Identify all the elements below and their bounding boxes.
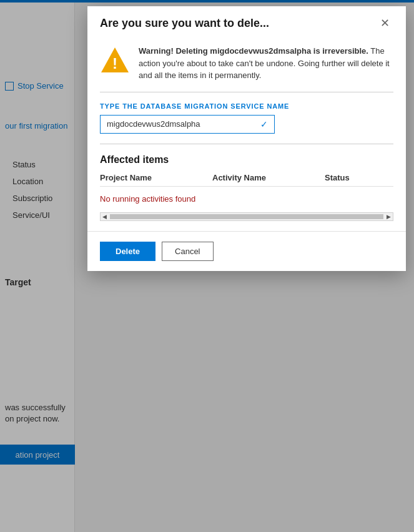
warning-message: Warning! Deleting migdocdevwus2dmsalpha … (139, 45, 393, 82)
col-status: Status (325, 173, 400, 182)
delete-confirmation-modal: Are you sure you want to dele... ✕ ! War… (87, 6, 406, 271)
scroll-track[interactable] (110, 214, 383, 219)
service-name-input-wrap[interactable]: ✓ (100, 115, 275, 134)
modal-title: Are you sure you want to dele... (100, 17, 269, 30)
scroll-right-arrow[interactable]: ▶ (385, 214, 393, 220)
horizontal-scrollbar[interactable]: ◀ ▶ (100, 212, 393, 221)
warning-bold-text: Warning! Deleting migdocdevwus2dmsalpha … (139, 46, 368, 56)
cancel-button[interactable]: Cancel (162, 242, 213, 261)
delete-button[interactable]: Delete (100, 242, 155, 261)
checkmark-icon: ✓ (260, 119, 268, 129)
col-project-name: Project Name (100, 173, 212, 182)
no-activities-message: No running activities found (100, 189, 393, 209)
divider-1 (100, 92, 393, 92)
scroll-left-arrow[interactable]: ◀ (101, 214, 109, 220)
warning-section: ! Warning! Deleting migdocdevwus2dmsalph… (100, 45, 393, 82)
svg-text:!: ! (112, 55, 117, 72)
type-label: TYPE THE DATABASE MIGRATION SERVICE NAME (100, 102, 393, 110)
modal-footer: Delete Cancel (87, 231, 406, 271)
table-header: Project Name Activity Name Status (100, 173, 393, 187)
affected-items-title: Affected items (100, 154, 393, 165)
warning-icon: ! (100, 45, 130, 75)
service-name-input[interactable] (107, 119, 257, 129)
divider-2 (100, 144, 393, 144)
modal-body: ! Warning! Deleting migdocdevwus2dmsalph… (87, 37, 406, 231)
modal-close-button[interactable]: ✕ (377, 16, 393, 30)
modal-header: Are you sure you want to dele... ✕ (87, 6, 406, 37)
col-activity-name: Activity Name (212, 173, 325, 182)
